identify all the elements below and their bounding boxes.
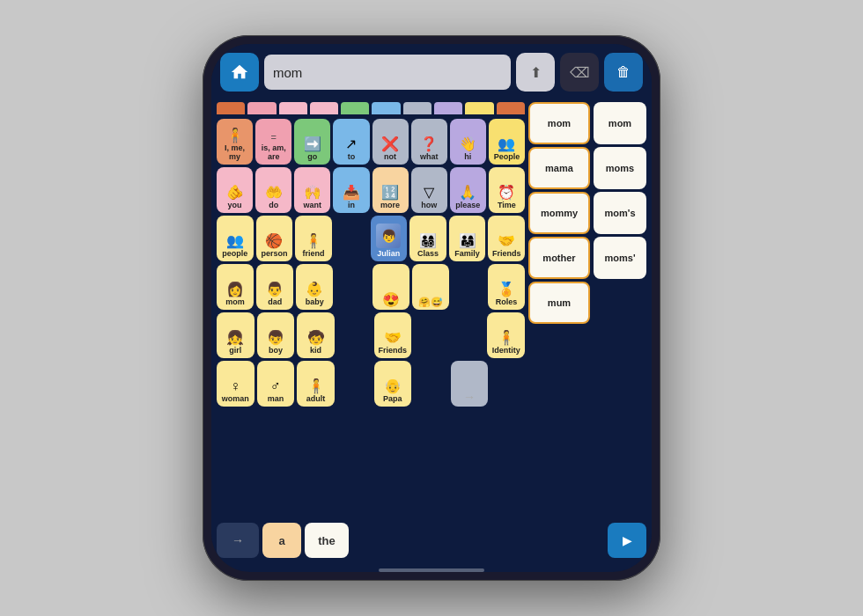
text-input-bar[interactable]: mom <box>264 55 511 90</box>
color-tab-5[interactable] <box>341 102 369 114</box>
bottom-a-label: a <box>278 534 284 547</box>
cell-girl[interactable]: 👧 girl <box>217 312 254 358</box>
cell-do[interactable]: 🤲 do <box>255 167 291 213</box>
color-tab-1[interactable] <box>217 102 245 114</box>
suggestions-panel: mom mama mommy mother mum <box>528 102 590 514</box>
spacer-5a <box>337 312 372 358</box>
cell-in[interactable]: 📥 in <box>333 167 369 213</box>
cell-people[interactable]: 👥 People <box>489 119 525 165</box>
cell-i-me-my[interactable]: 🧍 I, me, my <box>217 119 253 165</box>
color-tab-9[interactable] <box>465 102 493 114</box>
cell-what[interactable]: ❓ what <box>411 119 447 165</box>
cell-please[interactable]: 🙏 please <box>450 167 486 213</box>
trash-icon: 🗑 <box>616 64 631 80</box>
cell-you[interactable]: 🫵 you <box>217 167 253 213</box>
grid-row-5: 👧 girl 👦 boy 🧒 kid 🤝 Friends <box>217 312 525 358</box>
bottom-a-button[interactable]: a <box>262 523 301 558</box>
cell-emoji-mixed[interactable]: 🤗😅 <box>412 264 449 310</box>
suggestion-mother[interactable]: mother <box>528 237 590 279</box>
bottom-the-button[interactable]: the <box>305 523 349 558</box>
cell-how[interactable]: ▽ how <box>411 167 447 213</box>
bottom-arrow-button[interactable]: → <box>217 523 259 558</box>
main-grid: 🧍 I, me, my = is, am, are ➡️ go ↗ to <box>217 102 525 514</box>
grid-row-1: 🧍 I, me, my = is, am, are ➡️ go ↗ to <box>217 119 525 165</box>
spacer-6b <box>414 361 448 407</box>
cell-person[interactable]: 🏀 person <box>256 216 293 261</box>
cell-time[interactable]: ⏰ Time <box>489 167 525 213</box>
cell-identity[interactable]: 🧍 Identity <box>487 312 525 358</box>
cell-friends-2[interactable]: 🤝 Friends <box>374 312 412 358</box>
grid-row-6: ♀ woman ♂ man 🧍 adult 👴 Papa <box>217 361 525 407</box>
cell-go[interactable]: ➡️ go <box>294 119 330 165</box>
cell-friend[interactable]: 🧍 friend <box>295 216 332 261</box>
word-moms-apos2[interactable]: moms' <box>594 237 646 279</box>
cell-baby[interactable]: 👶 baby <box>296 264 333 310</box>
grid-row-3: 👥 people 🏀 person 🧍 friend 👦 Julian <box>217 216 525 261</box>
grid-row-2: 🫵 you 🤲 do 🙌 want 📥 in <box>217 167 525 213</box>
share-icon: ⬆ <box>530 64 542 81</box>
color-tab-4[interactable] <box>310 102 338 114</box>
word-mom[interactable]: mom <box>594 102 646 144</box>
color-tabs <box>217 102 525 114</box>
cell-dad[interactable]: 👨 dad <box>256 264 293 310</box>
home-indicator <box>379 568 484 572</box>
bottom-bar: → a the ▶ <box>211 519 652 565</box>
cell-is-am-are[interactable]: = is, am, are <box>255 119 291 165</box>
home-button[interactable] <box>220 53 259 92</box>
suggestion-mommy[interactable]: mommy <box>528 192 590 234</box>
grid-row-4: 👩 mom 👨 dad 👶 baby 😍 <box>217 264 525 310</box>
color-tab-2[interactable] <box>247 102 276 114</box>
color-tab-3[interactable] <box>279 102 307 114</box>
cell-woman[interactable]: ♀ woman <box>217 361 254 407</box>
spacer-5c <box>451 312 485 358</box>
color-tab-6[interactable] <box>372 102 400 114</box>
cell-emoji-love[interactable]: 😍 <box>372 264 409 310</box>
grid-area: 🧍 I, me, my = is, am, are ➡️ go ↗ to <box>211 99 652 519</box>
cell-hi[interactable]: 👋 hi <box>450 119 486 165</box>
phone-screen: mom ⬆ ⌫ 🗑 <box>211 44 652 572</box>
spacer-5b <box>414 312 448 358</box>
backspace-icon: ⌫ <box>570 64 590 81</box>
cell-friends-1[interactable]: 🤝 Friends <box>488 216 525 261</box>
spacer-3a <box>335 216 368 261</box>
cell-people-2[interactable]: 👥 people <box>217 216 254 261</box>
top-bar: mom ⬆ ⌫ 🗑 <box>211 44 652 99</box>
spacer-6a <box>337 361 372 407</box>
bottom-the-label: the <box>318 534 336 547</box>
speak-button[interactable]: ▶ <box>608 523 646 558</box>
suggestion-mama[interactable]: mama <box>528 147 590 189</box>
speak-icon: ▶ <box>623 533 632 547</box>
cell-adult[interactable]: 🧍 adult <box>297 361 335 407</box>
cell-want[interactable]: 🙌 want <box>294 167 330 213</box>
phone-frame: mom ⬆ ⌫ 🗑 <box>203 35 660 581</box>
julian-photo: 👦 <box>376 224 401 248</box>
input-text: mom <box>273 65 302 80</box>
spacer-4b <box>452 264 485 310</box>
word-moms[interactable]: moms <box>594 147 646 189</box>
spacer-6c <box>491 361 525 407</box>
cell-more[interactable]: 🔢 more <box>372 167 409 213</box>
cell-roles[interactable]: 🏅 Roles <box>488 264 525 310</box>
cell-family[interactable]: 👨‍👩‍👧 Family <box>449 216 486 261</box>
cell-class[interactable]: 👨‍👩‍👧‍👦 Class <box>409 216 446 261</box>
word-moms-apos[interactable]: mom's <box>594 192 646 234</box>
cell-julian[interactable]: 👦 Julian <box>371 216 408 261</box>
cell-boy[interactable]: 👦 boy <box>257 312 295 358</box>
cell-man[interactable]: ♂ man <box>257 361 295 407</box>
backspace-button[interactable]: ⌫ <box>560 53 599 92</box>
color-tab-10[interactable] <box>497 102 525 114</box>
share-button[interactable]: ⬆ <box>516 53 555 92</box>
cell-arrow-right[interactable]: → <box>451 361 489 407</box>
color-tab-7[interactable] <box>403 102 432 114</box>
suggestion-mom[interactable]: mom <box>528 102 590 144</box>
cell-papa[interactable]: 👴 Papa <box>374 361 412 407</box>
cell-mom[interactable]: 👩 mom <box>217 264 254 310</box>
cell-not[interactable]: ❌ not <box>372 119 409 165</box>
word-panel: mom moms mom's moms' <box>594 102 646 514</box>
color-tab-8[interactable] <box>434 102 462 114</box>
spacer-4a <box>336 264 369 310</box>
suggestion-mum[interactable]: mum <box>528 282 590 324</box>
trash-button[interactable]: 🗑 <box>604 53 643 92</box>
cell-kid[interactable]: 🧒 kid <box>297 312 335 358</box>
cell-to[interactable]: ↗ to <box>333 119 369 165</box>
